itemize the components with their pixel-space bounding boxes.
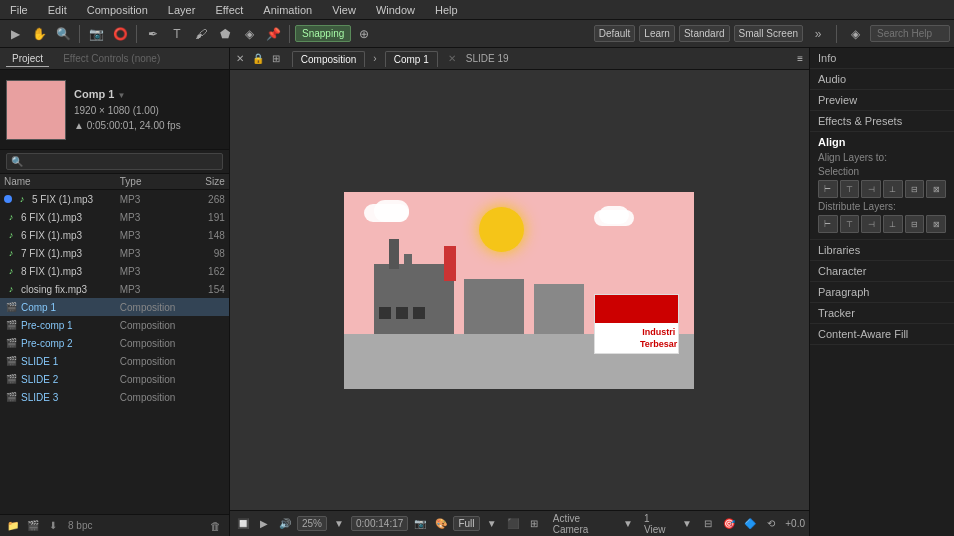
dist-top-btn[interactable]: ⊥ (883, 215, 903, 233)
menu-help[interactable]: Help (431, 2, 462, 18)
file-item[interactable]: ♪5 FIX (1).mp3MP3268 (0, 190, 229, 208)
new-comp-btn[interactable]: 🎬 (24, 517, 42, 535)
dist-right-btn[interactable]: ⊣ (861, 215, 881, 233)
align-layers-label: Align Layers to: (818, 152, 946, 163)
zoom-down-btn[interactable]: ▼ (330, 514, 348, 534)
content-aware-fill-section[interactable]: Content-Aware Fill (810, 324, 954, 345)
file-type-label: MP3 (120, 248, 190, 259)
comp-panel-menu[interactable]: ≡ (797, 53, 803, 64)
file-item[interactable]: ♪6 FIX (1).mp3MP3148 (0, 226, 229, 244)
audio-section[interactable]: Audio (810, 69, 954, 90)
camera-down-btn[interactable]: ▼ (619, 514, 637, 534)
roto-tool-btn[interactable]: ◈ (238, 23, 260, 45)
col-type-header: Type (120, 176, 190, 187)
time-offset-label: +0.0 (785, 518, 805, 529)
align-center-v-btn[interactable]: ⊟ (905, 180, 925, 198)
file-name-label: 7 FIX (1).mp3 (21, 248, 120, 259)
views-down-btn[interactable]: ▼ (678, 514, 696, 534)
viewer-color-btn[interactable]: 🎨 (432, 514, 450, 534)
paragraph-section[interactable]: Paragraph (810, 282, 954, 303)
info-section[interactable]: Info (810, 48, 954, 69)
align-left-btn[interactable]: ⊢ (818, 180, 838, 198)
viewer-alpha-btn[interactable]: ⬛ (504, 514, 522, 534)
brush-tool-btn[interactable]: 🖌 (190, 23, 212, 45)
libraries-section[interactable]: Libraries (810, 240, 954, 261)
file-item[interactable]: ♪8 FIX (1).mp3MP3162 (0, 262, 229, 280)
file-name-label: 8 FIX (1).mp3 (21, 266, 120, 277)
workspace-standard[interactable]: Standard (679, 25, 730, 42)
more-workspaces-btn[interactable]: » (807, 23, 829, 45)
new-folder-btn[interactable]: 📁 (4, 517, 22, 535)
camera-tool-btn[interactable]: 📷 (85, 23, 107, 45)
search-input[interactable] (870, 25, 950, 42)
viewer-tools-btn[interactable]: 🔲 (234, 514, 252, 534)
zoom-tool-btn[interactable]: 🔍 (52, 23, 74, 45)
new-item-btn[interactable]: ⬇ (44, 517, 62, 535)
file-type-label: Composition (120, 320, 190, 331)
motion-btn[interactable]: ⊕ (353, 23, 375, 45)
comp-tab[interactable]: Comp 1 (385, 51, 438, 67)
file-item[interactable]: 🎬Pre-comp 2Composition (0, 334, 229, 352)
delete-btn[interactable]: 🗑 (207, 517, 225, 535)
maximize-comp-btn[interactable]: ⊞ (272, 53, 280, 64)
project-search-input[interactable] (6, 153, 223, 170)
menu-animation[interactable]: Animation (259, 2, 316, 18)
puppet-tool-btn[interactable]: 📌 (262, 23, 284, 45)
workspace-default[interactable]: Default (594, 25, 636, 42)
align-right-btn[interactable]: ⊣ (861, 180, 881, 198)
orbit-tool-btn[interactable]: ⭕ (109, 23, 131, 45)
file-item[interactable]: ♪7 FIX (1).mp3MP398 (0, 244, 229, 262)
file-item[interactable]: 🎬Pre-comp 1Composition (0, 316, 229, 334)
project-tab[interactable]: Project (6, 51, 49, 67)
menu-file[interactable]: File (6, 2, 32, 18)
viewer-playback-btn[interactable]: ▶ (255, 514, 273, 534)
viewer-motion-btn[interactable]: 🎯 (720, 514, 738, 534)
file-item[interactable]: 🎬SLIDE 3Composition (0, 388, 229, 406)
preview-section[interactable]: Preview (810, 90, 954, 111)
effect-controls-tab[interactable]: Effect Controls (none) (63, 53, 160, 64)
file-item[interactable]: 🎬SLIDE 1Composition (0, 352, 229, 370)
dist-left-btn[interactable]: ⊢ (818, 215, 838, 233)
align-center-h-btn[interactable]: ⊤ (840, 180, 860, 198)
dist-center-h-btn[interactable]: ⊤ (840, 215, 860, 233)
menu-composition[interactable]: Composition (83, 2, 152, 18)
hand-tool-btn[interactable]: ✋ (28, 23, 50, 45)
character-section[interactable]: Character (810, 261, 954, 282)
menu-window[interactable]: Window (372, 2, 419, 18)
select-tool-btn[interactable]: ▶ (4, 23, 26, 45)
pen-tool-btn[interactable]: ✒ (142, 23, 164, 45)
comp-name: Comp 1 ▼ (74, 86, 181, 103)
viewer-export-btn[interactable]: ⊟ (699, 514, 717, 534)
align-bottom-btn[interactable]: ⊠ (926, 180, 946, 198)
comp-tab-close[interactable]: ✕ (448, 53, 456, 64)
file-item[interactable]: ♪6 FIX (1).mp3MP3191 (0, 208, 229, 226)
file-item[interactable]: 🎬Comp 1Composition (0, 298, 229, 316)
shape-tool-btn[interactable]: ⬟ (214, 23, 236, 45)
lock-comp-btn[interactable]: 🔒 (252, 53, 264, 64)
file-item[interactable]: ♪closing fix.mp3MP3154 (0, 280, 229, 298)
snapping-btn[interactable]: Snapping (295, 25, 351, 42)
quality-down-btn[interactable]: ▼ (483, 514, 501, 534)
menu-layer[interactable]: Layer (164, 2, 200, 18)
viewer-3d-btn[interactable]: 🔷 (741, 514, 759, 534)
menu-edit[interactable]: Edit (44, 2, 71, 18)
text-tool-btn[interactable]: T (166, 23, 188, 45)
dist-bottom-btn[interactable]: ⊠ (926, 215, 946, 233)
viewer-reset-btn[interactable]: ⟲ (762, 514, 780, 534)
extensions-btn[interactable]: ◈ (844, 23, 866, 45)
align-top-btn[interactable]: ⊥ (883, 180, 903, 198)
menu-view[interactable]: View (328, 2, 360, 18)
snap-frame-btn[interactable]: 📷 (411, 514, 429, 534)
dist-center-v-btn[interactable]: ⊟ (905, 215, 925, 233)
close-comp-btn[interactable]: ✕ (236, 53, 244, 64)
zoom-display[interactable]: 25% (297, 516, 327, 531)
quality-selector[interactable]: Full (453, 516, 479, 531)
effects-presets-section[interactable]: Effects & Presets (810, 111, 954, 132)
menu-effect[interactable]: Effect (211, 2, 247, 18)
workspace-learn[interactable]: Learn (639, 25, 675, 42)
file-item[interactable]: 🎬SLIDE 2Composition (0, 370, 229, 388)
workspace-small[interactable]: Small Screen (734, 25, 803, 42)
viewer-grid-btn[interactable]: ⊞ (525, 514, 543, 534)
tracker-section[interactable]: Tracker (810, 303, 954, 324)
viewer-audio-btn[interactable]: 🔊 (276, 514, 294, 534)
